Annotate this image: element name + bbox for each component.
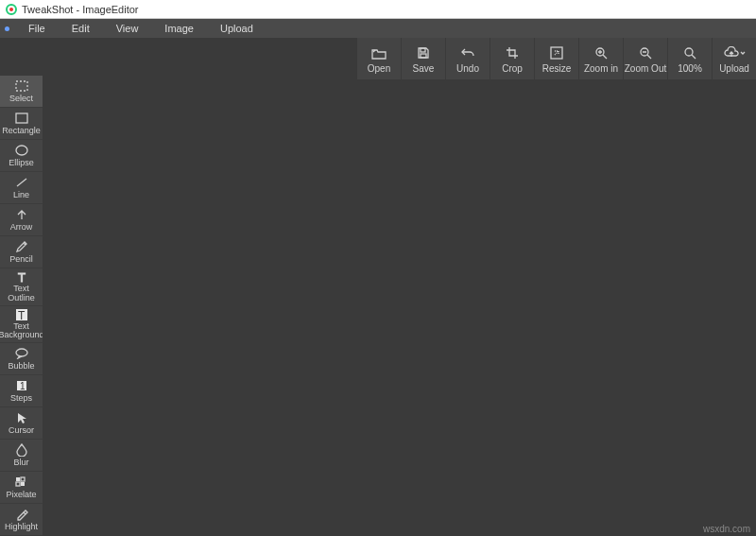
svg-rect-18: [21, 477, 25, 481]
tool-pencil[interactable]: Pencil: [0, 236, 43, 268]
menu-view[interactable]: View: [103, 19, 152, 38]
tool-label: Ellipse: [9, 159, 34, 167]
tool-label: Text Outline: [8, 285, 35, 303]
svg-rect-19: [16, 482, 20, 486]
zoom-100-icon: [683, 44, 696, 61]
zoom-100-label: 100%: [678, 63, 702, 74]
open-label: Open: [368, 63, 390, 74]
svg-rect-20: [21, 482, 25, 486]
steps-icon: 1: [15, 379, 28, 393]
svg-point-14: [16, 349, 27, 356]
pencil-icon: [15, 240, 28, 254]
tool-label: Highlight: [5, 523, 38, 531]
window-title: TweakShot - ImageEditor: [22, 4, 139, 15]
tool-rectangle[interactable]: Rectangle: [0, 108, 43, 140]
svg-rect-3: [421, 54, 426, 58]
svg-rect-8: [16, 81, 27, 91]
tools-sidebar: Select Rectangle Ellipse Line Arrow Penc…: [0, 76, 43, 536]
upload-icon: [724, 44, 746, 61]
open-icon: [371, 44, 387, 61]
app-icon: [6, 4, 17, 15]
tool-label: Bubble: [8, 362, 34, 371]
canvas-area[interactable]: [43, 79, 756, 536]
tool-select[interactable]: Select: [0, 76, 43, 108]
text-background-icon: T: [15, 308, 28, 321]
tool-label: Arrow: [10, 223, 33, 232]
arrow-icon: [15, 208, 28, 222]
tool-highlight[interactable]: Highlight: [0, 504, 43, 536]
tool-ellipse[interactable]: Ellipse: [0, 140, 43, 172]
svg-rect-2: [421, 48, 425, 52]
menu-image[interactable]: Image: [151, 19, 207, 38]
menu-file[interactable]: File: [15, 19, 59, 38]
zoom-in-button[interactable]: Zoom in: [578, 38, 623, 79]
tool-text-outline[interactable]: T Text Outline: [0, 268, 43, 306]
save-label: Save: [413, 63, 435, 74]
crop-label: Crop: [502, 63, 523, 74]
tool-text-background[interactable]: T Text Background: [0, 306, 43, 344]
save-icon: [417, 44, 430, 61]
svg-point-10: [16, 146, 27, 155]
cursor-icon: [16, 411, 27, 425]
resize-button[interactable]: Resize: [534, 38, 578, 79]
zoom-in-icon: [594, 44, 608, 61]
crop-button[interactable]: Crop: [490, 38, 534, 79]
tool-bubble[interactable]: Bubble: [0, 343, 43, 375]
zoom-out-button[interactable]: Zoom Out: [623, 38, 667, 79]
resize-icon: [550, 44, 563, 61]
open-button[interactable]: Open: [356, 38, 401, 79]
svg-point-7: [685, 48, 693, 56]
zoom-100-button[interactable]: 100%: [667, 38, 712, 79]
svg-rect-17: [16, 477, 20, 481]
tool-label: Pencil: [9, 255, 33, 264]
tool-arrow[interactable]: Arrow: [0, 204, 43, 236]
zoom-out-label: Zoom Out: [625, 63, 666, 74]
titlebar: TweakShot - ImageEditor: [0, 0, 756, 19]
zoom-in-label: Zoom in: [584, 63, 618, 74]
tool-label: Steps: [10, 394, 32, 403]
save-button[interactable]: Save: [401, 38, 445, 79]
svg-point-1: [9, 8, 13, 11]
undo-icon: [460, 44, 475, 61]
svg-text:T: T: [18, 270, 26, 284]
menubar: File Edit View Image Upload: [0, 19, 756, 38]
watermark: wsxdn.com: [703, 524, 750, 534]
tool-label: Rectangle: [2, 127, 41, 135]
tool-steps[interactable]: 1 Steps: [0, 375, 43, 407]
tool-label: Blur: [13, 458, 28, 467]
rectangle-icon: [15, 112, 28, 126]
select-icon: [15, 79, 28, 94]
svg-rect-9: [16, 113, 27, 123]
bubble-icon: [15, 347, 28, 361]
line-icon: [15, 176, 28, 190]
zoom-out-icon: [639, 44, 652, 61]
tool-cursor[interactable]: Cursor: [0, 407, 43, 440]
top-toolbar: Open Save Undo Crop Resize Zoom in Zoom …: [356, 38, 756, 79]
ellipse-icon: [15, 144, 28, 158]
pixelate-icon: [15, 475, 28, 490]
tool-label: Text Background: [0, 322, 44, 340]
tool-label: Line: [13, 191, 29, 199]
tool-label: Select: [9, 95, 33, 103]
text-outline-icon: T: [15, 270, 28, 284]
svg-text:1: 1: [20, 381, 26, 391]
menu-edit[interactable]: Edit: [59, 19, 103, 38]
menu-upload[interactable]: Upload: [207, 19, 266, 38]
upload-button[interactable]: Upload: [712, 38, 756, 79]
crop-icon: [506, 44, 519, 61]
highlight-icon: [15, 508, 28, 522]
undo-button[interactable]: Undo: [445, 38, 490, 79]
tool-line[interactable]: Line: [0, 172, 43, 204]
svg-text:T: T: [18, 309, 26, 321]
upload-label: Upload: [719, 63, 749, 74]
tool-label: Pixelate: [6, 491, 36, 499]
undo-label: Undo: [456, 63, 479, 74]
menubar-indicator: [5, 26, 9, 31]
resize-label: Resize: [542, 63, 572, 74]
blur-icon: [16, 443, 27, 458]
tool-pixelate[interactable]: Pixelate: [0, 472, 43, 504]
tool-label: Cursor: [9, 426, 34, 435]
tool-blur[interactable]: Blur: [0, 440, 43, 472]
